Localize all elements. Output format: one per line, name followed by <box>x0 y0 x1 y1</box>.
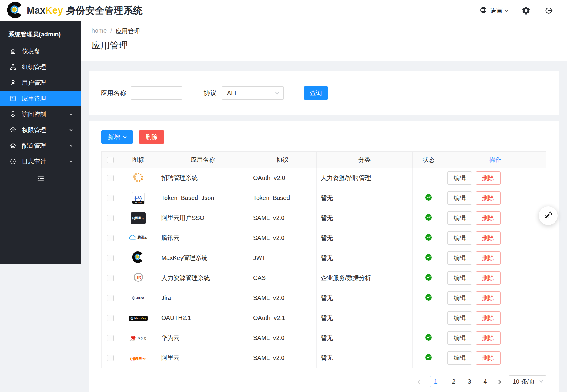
category-cell: 暂无 <box>317 308 413 328</box>
page-button-4[interactable]: 4 <box>481 378 489 385</box>
applications-icon <box>9 95 17 102</box>
pagination: 123410 条/页 <box>101 375 546 387</box>
delete-button[interactable]: 删除 <box>476 231 501 245</box>
sidebar-item-label: 日志审计 <box>22 158 46 166</box>
row-checkbox[interactable] <box>107 315 114 321</box>
edit-button[interactable]: 编辑 <box>447 191 472 205</box>
jira-logo-icon: JIRA <box>132 296 144 300</box>
row-checkbox[interactable] <box>107 215 114 221</box>
sidebar-item-配置管理[interactable]: 配置管理 <box>0 138 81 154</box>
sidebar-item-label: 用户管理 <box>22 79 46 87</box>
row-checkbox[interactable] <box>107 335 114 341</box>
prev-page-button[interactable] <box>418 378 421 385</box>
sidebar-item-日志审计[interactable]: 日志审计 <box>0 154 81 169</box>
select-all-checkbox[interactable] <box>107 157 114 163</box>
sidebar-item-用户管理[interactable]: 用户管理 <box>0 75 81 91</box>
huawei-cloud-icon: HUAWEI华为云 <box>130 336 146 341</box>
edit-button[interactable]: 编辑 <box>447 331 472 345</box>
app-name-input[interactable] <box>131 86 182 100</box>
protocol-cell: SAML_v2.0 <box>249 288 317 308</box>
edit-button[interactable]: 编辑 <box>447 351 472 365</box>
page-button-1[interactable]: 1 <box>430 376 441 387</box>
protocol-select-value: ALL <box>227 90 238 97</box>
row-checkbox[interactable] <box>107 255 114 261</box>
table-row: MaxKey管理系统JWT暂无编辑删除 <box>102 248 546 268</box>
delete-button[interactable]: 删除 <box>476 311 501 325</box>
row-checkbox[interactable] <box>107 175 114 181</box>
access-control-icon <box>9 110 17 118</box>
page-button-2[interactable]: 2 <box>450 378 457 385</box>
row-checkbox[interactable] <box>107 235 114 241</box>
category-cell: 暂无 <box>317 348 413 368</box>
protocol-cell: SAML_v2.0 <box>249 348 317 368</box>
col-header-name: 应用名称 <box>157 152 249 168</box>
status-active-icon <box>425 215 432 222</box>
audit-log-icon <box>9 158 17 165</box>
edit-button[interactable]: 编辑 <box>447 251 472 265</box>
language-menu[interactable]: 语言 <box>479 6 508 15</box>
bulk-delete-button[interactable]: 删除 <box>139 130 164 144</box>
delete-button[interactable]: 删除 <box>476 191 501 205</box>
delete-button[interactable]: 删除 <box>476 351 501 365</box>
sidebar-item-组织管理[interactable]: 组织管理 <box>0 59 81 75</box>
sidebar-item-仪表盘[interactable]: 仪表盘 <box>0 43 81 59</box>
row-checkbox[interactable] <box>107 355 114 361</box>
edit-button[interactable]: 编辑 <box>447 311 472 325</box>
delete-button[interactable]: 删除 <box>476 331 501 345</box>
logout-icon[interactable] <box>545 6 553 15</box>
sidebar-item-label: 权限管理 <box>22 126 46 134</box>
edit-button[interactable]: 编辑 <box>447 231 472 245</box>
chevron-down-icon <box>70 128 73 131</box>
protocol-label: 协议: <box>204 89 218 97</box>
menu-fold-icon <box>36 174 45 184</box>
protocol-select[interactable]: ALL <box>222 86 284 100</box>
delete-button[interactable]: 删除 <box>476 171 501 185</box>
sidebar-item-权限管理[interactable]: 权限管理 <box>0 122 81 138</box>
add-button[interactable]: 新增 <box>101 130 133 144</box>
app-name-cell: 阿里云 <box>157 348 249 368</box>
language-label: 语言 <box>490 6 503 15</box>
row-checkbox[interactable] <box>107 275 114 281</box>
apps-panel: 新增 删除 图标 应用名称 协议 分类 状态 <box>89 121 559 392</box>
delete-button[interactable]: 删除 <box>476 291 501 305</box>
category-cell: 暂无 <box>317 328 413 348</box>
row-checkbox[interactable] <box>107 195 114 201</box>
breadcrumb-home-link[interactable]: home <box>92 27 107 35</box>
protocol-cell: JWT <box>249 248 317 268</box>
hr-monogram-icon: HR <box>133 272 144 283</box>
sidebar-collapse-button[interactable] <box>0 174 81 184</box>
table-row: HUAWEI华为云华为云SAML_v2.0暂无编辑删除 <box>102 328 546 348</box>
edit-button[interactable]: 编辑 <box>447 271 472 285</box>
page-size-select[interactable]: 10 条/页 <box>509 375 546 387</box>
aliyun-dark-icon: (-)阿里云 <box>131 212 146 224</box>
sidebar-item-应用管理[interactable]: 应用管理 <box>0 91 81 106</box>
delete-button[interactable]: 删除 <box>476 211 501 225</box>
table-row: JIRAJiraSAML_v2.0暂无编辑删除 <box>102 288 546 308</box>
sidebar-item-label: 应用管理 <box>22 95 46 103</box>
organization-icon <box>9 63 17 71</box>
apps-table: 图标 应用名称 协议 分类 状态 操作 招聘管理系统OAuth_v2.0人力资源… <box>101 151 546 368</box>
chevron-down-icon <box>70 144 73 147</box>
floating-wand-button[interactable] <box>539 206 558 225</box>
config-icon <box>9 142 17 150</box>
edit-button[interactable]: 编辑 <box>447 211 472 225</box>
delete-button[interactable]: 删除 <box>476 271 501 285</box>
page-button-3[interactable]: 3 <box>466 378 473 385</box>
category-cell: 暂无 <box>317 188 413 208</box>
table-row: HR人力资源管理系统CAS企业服务/数据分析编辑删除 <box>102 268 546 288</box>
sidebar-item-访问控制[interactable]: 访问控制 <box>0 106 81 122</box>
header-actions: 语言 <box>479 6 553 15</box>
settings-gear-icon[interactable] <box>522 6 531 15</box>
edit-button[interactable]: 编辑 <box>447 291 472 305</box>
table-row: 招聘管理系统OAuth_v2.0人力资源/招聘管理编辑删除 <box>102 168 546 188</box>
sidebar-item-label: 仪表盘 <box>22 47 40 55</box>
app-name-cell: 招聘管理系统 <box>157 168 249 188</box>
edit-button[interactable]: 编辑 <box>447 171 472 185</box>
table-row: (-)阿里云阿里云用户SSOSAML_v2.0暂无编辑删除 <box>102 208 546 228</box>
table-toolbar: 新增 删除 <box>101 130 546 144</box>
delete-button[interactable]: 删除 <box>476 251 501 265</box>
row-checkbox[interactable] <box>107 295 114 301</box>
main-content: home / 应用管理 应用管理 应用名称: 协议: ALL 查询 新增 <box>81 21 567 392</box>
next-page-button[interactable] <box>497 378 500 385</box>
query-button[interactable]: 查询 <box>304 86 328 100</box>
